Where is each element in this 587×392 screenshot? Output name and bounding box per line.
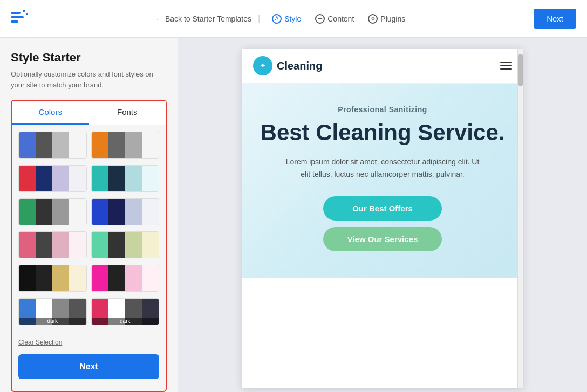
plugins-nav-icon: ⚙ bbox=[368, 14, 378, 24]
clear-selection-container: Clear Selection bbox=[12, 334, 166, 350]
palette-4[interactable] bbox=[91, 165, 160, 192]
palette-6[interactable] bbox=[91, 198, 160, 225]
palette-11[interactable]: dark bbox=[18, 298, 87, 325]
app-logo-icon bbox=[11, 10, 32, 28]
header-left bbox=[11, 10, 32, 28]
back-arrow-icon: ← bbox=[155, 15, 163, 23]
hero-button-2[interactable]: View Our Services bbox=[323, 227, 442, 251]
palette-9[interactable] bbox=[18, 265, 87, 292]
palette-5[interactable] bbox=[18, 198, 87, 225]
colors-tab[interactable]: Colors bbox=[12, 101, 89, 125]
palette-12[interactable]: dark bbox=[91, 298, 160, 325]
nav-content-tab[interactable]: ☰ Content bbox=[310, 11, 359, 27]
palette-3[interactable] bbox=[18, 165, 87, 192]
svg-rect-2 bbox=[11, 20, 18, 23]
preview-frame: ✦ Cleaning Professional Sanitizing Best bbox=[242, 49, 523, 388]
palettes-grid: dark dark bbox=[12, 125, 166, 334]
sidebar-title: Style Starter bbox=[11, 51, 167, 65]
site-logo: ✦ Cleaning bbox=[253, 56, 322, 75]
nav-separator: | bbox=[258, 14, 260, 24]
preview-scrollbar[interactable] bbox=[517, 49, 523, 388]
palette-10[interactable] bbox=[91, 265, 160, 292]
palette-1[interactable] bbox=[18, 132, 87, 159]
app-header: ← Back to Starter Templates | A Style ☰ … bbox=[0, 0, 587, 38]
palette-12-dark-label: dark bbox=[92, 318, 159, 325]
preview-area: ✦ Cleaning Professional Sanitizing Best bbox=[178, 38, 587, 392]
site-nav: ✦ Cleaning bbox=[242, 49, 523, 84]
site-hero: Professional Sanitizing Best Cleaning Se… bbox=[242, 84, 523, 278]
nav-plugins-tab[interactable]: ⚙ Plugins bbox=[363, 11, 411, 27]
sidebar: Style Starter Optionally customize color… bbox=[0, 38, 178, 392]
app-body: Style Starter Optionally customize color… bbox=[0, 38, 587, 392]
hero-title: Best Cleaning Service. bbox=[258, 120, 507, 145]
content-nav-icon: ☰ bbox=[315, 14, 325, 24]
cleaning-logo-svg: ✦ bbox=[257, 60, 268, 71]
site-logo-text: Cleaning bbox=[277, 60, 322, 72]
hero-button-1[interactable]: Our Best Offers bbox=[323, 196, 442, 221]
palette-7[interactable] bbox=[18, 231, 87, 258]
back-to-templates-link[interactable]: ← Back to Starter Templates bbox=[155, 15, 251, 23]
palette-2[interactable] bbox=[91, 132, 160, 159]
site-logo-icon: ✦ bbox=[253, 56, 272, 75]
palette-11-dark-label: dark bbox=[19, 318, 86, 325]
sidebar-next-button[interactable]: Next bbox=[18, 354, 159, 379]
header-nav: ← Back to Starter Templates | A Style ☰ … bbox=[155, 11, 411, 27]
svg-rect-1 bbox=[11, 16, 24, 18]
svg-text:✦: ✦ bbox=[260, 62, 265, 70]
svg-rect-0 bbox=[11, 12, 21, 14]
hero-body: Lorem ipsum dolor sit amet, consectetur … bbox=[280, 156, 485, 180]
tabs-header: Colors Fonts bbox=[12, 101, 166, 125]
preview-scrollbar-thumb bbox=[518, 54, 523, 86]
style-tabs-container: Colors Fonts bbox=[11, 100, 167, 392]
hamburger-icon[interactable] bbox=[500, 62, 512, 70]
svg-rect-3 bbox=[23, 10, 25, 12]
fonts-tab[interactable]: Fonts bbox=[89, 101, 166, 125]
clear-selection-link[interactable]: Clear Selection bbox=[18, 339, 62, 346]
palette-8[interactable] bbox=[91, 231, 160, 258]
hero-subtitle: Professional Sanitizing bbox=[258, 105, 507, 114]
nav-style-tab[interactable]: A Style bbox=[267, 11, 306, 27]
header-next-button[interactable]: Next bbox=[534, 9, 576, 29]
site-preview: ✦ Cleaning Professional Sanitizing Best bbox=[242, 49, 523, 278]
sidebar-description: Optionally customize colors and font sty… bbox=[11, 69, 167, 90]
style-nav-icon: A bbox=[272, 14, 282, 24]
svg-rect-4 bbox=[26, 13, 28, 15]
